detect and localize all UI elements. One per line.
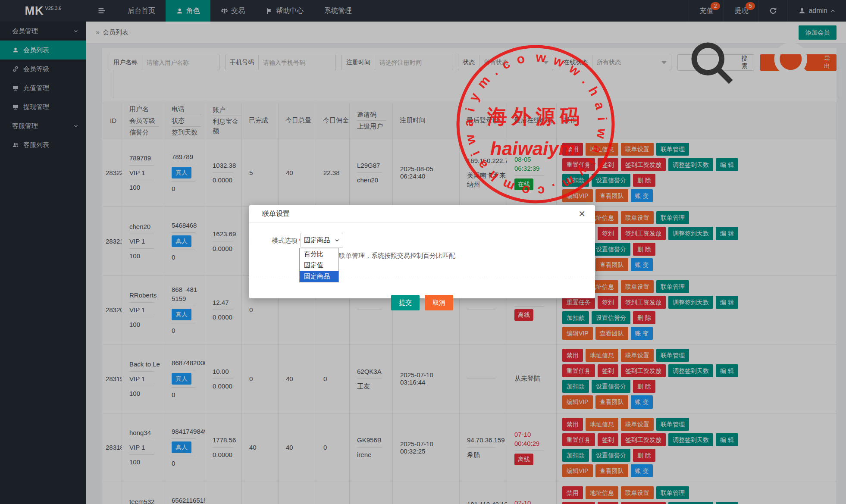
close-icon[interactable]: ✕ [578,210,586,218]
admin-app: MK V25.3.6 后台首页角色交易帮助中心系统管理 充值 2 提现 5 ad… [0,0,846,504]
joint-order-settings-modal: 联单设置 ✕ 模式选项* 固定商品 百分比固定值固定商品 联单管理，系统按照交易… [249,205,595,298]
modal-header: 联单设置 ✕ [249,205,595,223]
modal-title: 联单设置 [262,210,290,219]
submit-button[interactable]: 提交 [391,295,420,310]
mode-option-2[interactable]: 固定值 [300,260,338,271]
modal-footer: 提交 取消 [249,295,595,310]
chevron-down-icon [335,238,339,243]
mode-select[interactable]: 固定商品 [300,233,343,248]
mode-option-1[interactable]: 百分比 [300,248,338,260]
mode-option-3[interactable]: 固定商品 [300,271,338,282]
mode-select-value: 固定商品 [304,236,330,244]
mode-option-label: 模式选项* [272,237,301,245]
mode-hint-text: 联单管理，系统按照交易控制百分比匹配 [339,252,455,260]
cancel-button[interactable]: 取消 [425,295,453,310]
mode-select-dropdown: 百分比固定值固定商品 [299,248,339,282]
